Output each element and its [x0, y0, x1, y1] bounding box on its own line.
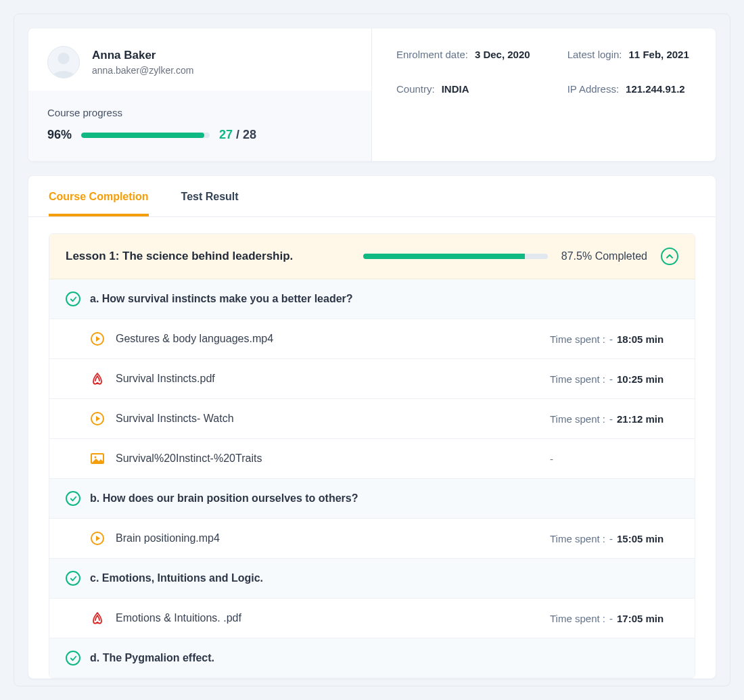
section-title: d. The Pygmalion effect. [90, 652, 214, 664]
image-icon [90, 451, 105, 466]
play-circle-icon [90, 411, 105, 426]
time-spent-dash: - [609, 533, 613, 544]
section-title: b. How does our brain position ourselves… [90, 492, 358, 505]
enrolment-date-label: Enrolment date: [396, 47, 468, 63]
time-spent-value: 10:25 min [617, 373, 664, 385]
country-value: INDIA [442, 82, 469, 97]
enrolment-date: Enrolment date: 3 Dec, 2020 [396, 47, 530, 63]
pdf-icon [90, 371, 105, 386]
resource-row[interactable]: Emotions & Intuitions. .pdfTime spent :-… [49, 599, 695, 638]
ip-address-label: IP Address: [567, 82, 619, 97]
time-spent: - [550, 453, 678, 465]
file-type-icon [90, 331, 105, 346]
svg-point-4 [95, 457, 97, 459]
file-type-icon [90, 411, 105, 426]
time-spent-label: Time spent : [550, 533, 605, 544]
file-type-icon [90, 451, 105, 466]
lesson-progress: 87.5% Completed [363, 250, 647, 262]
lesson-header: Lesson 1: The science behind leadership.… [49, 234, 695, 279]
section-header[interactable]: b. How does our brain position ourselves… [49, 479, 695, 519]
check-circle-icon [66, 291, 80, 306]
ip-address: IP Address: 121.244.91.2 [567, 82, 691, 97]
section-title: a. How survival instincts make you a bet… [90, 293, 353, 305]
time-spent-label: Time spent : [550, 373, 605, 385]
page-container: Anna Baker anna.baker@zylker.com Course … [14, 14, 730, 686]
file-type-icon [90, 371, 105, 386]
avatar-placeholder-icon [48, 47, 79, 78]
tabs: Course Completion Test Result [28, 176, 716, 217]
time-spent-dash: - [609, 613, 613, 624]
check-circle-icon [66, 651, 80, 666]
time-spent: Time spent :-21:12 min [550, 413, 678, 425]
content-card: Course Completion Test Result Lesson 1: … [28, 175, 716, 679]
lesson-panel: Lesson 1: The science behind leadership.… [49, 233, 695, 678]
section-title: c. Emotions, Intuitions and Logic. [90, 572, 263, 584]
latest-login-label: Latest login: [567, 47, 622, 63]
avatar [47, 46, 80, 78]
course-progress-fill [81, 133, 204, 138]
tab-course-completion[interactable]: Course Completion [49, 176, 149, 216]
time-spent-dash: - [609, 413, 613, 425]
section-header[interactable]: c. Emotions, Intuitions and Logic. [49, 559, 695, 599]
play-circle-icon [90, 531, 105, 546]
time-spent: Time spent :-18:05 min [550, 333, 678, 345]
file-name: Brain positioning.mp4 [116, 532, 539, 544]
time-spent-dash: - [550, 453, 553, 465]
latest-login-value: 11 Feb, 2021 [629, 47, 689, 63]
course-progress-bar [81, 133, 210, 138]
time-spent-dash: - [609, 333, 613, 345]
ip-address-value: 121.244.91.2 [626, 82, 685, 97]
time-spent-label: Time spent : [550, 333, 605, 345]
section-header[interactable]: a. How survival instincts make you a bet… [49, 279, 695, 319]
sections-container: a. How survival instincts make you a bet… [49, 279, 695, 678]
time-spent-value: 15:05 min [617, 533, 664, 544]
lesson-progress-bar [363, 254, 548, 259]
enrolment-date-value: 3 Dec, 2020 [475, 47, 530, 63]
country-label: Country: [396, 82, 435, 97]
country: Country: INDIA [396, 82, 530, 97]
course-progress-label: Course progress [47, 107, 352, 118]
check-circle-icon [66, 571, 80, 586]
section-header[interactable]: d. The Pygmalion effect. [49, 638, 695, 678]
user-email: anna.baker@zylker.com [92, 65, 193, 76]
file-type-icon [90, 611, 105, 626]
time-spent-value: 17:05 min [617, 613, 664, 624]
resource-row[interactable]: Gestures & body languages.mp4Time spent … [49, 319, 695, 359]
file-name: Survival Instincts.pdf [116, 373, 539, 385]
resource-row[interactable]: Survival Instincts.pdfTime spent :-10:25… [49, 359, 695, 399]
play-circle-icon [90, 331, 105, 346]
user-meta-grid: Enrolment date: 3 Dec, 2020 Latest login… [396, 47, 691, 97]
file-name: Survival Instincts- Watch [116, 413, 539, 425]
time-spent-value: 18:05 min [617, 333, 664, 345]
course-progress-counter: 27 / 28 [219, 128, 256, 142]
lesson-progress-fill [363, 254, 525, 259]
course-progress-box: Course progress 96% 27 / 28 [28, 91, 371, 161]
course-progress-current: 27 [219, 128, 233, 141]
user-left-column: Anna Baker anna.baker@zylker.com Course … [28, 28, 372, 161]
time-spent-label: Time spent : [550, 613, 605, 624]
latest-login: Latest login: 11 Feb, 2021 [567, 47, 691, 63]
user-name: Anna Baker [92, 49, 193, 62]
resource-row[interactable]: Brain positioning.mp4Time spent :-15:05 … [49, 519, 695, 559]
tab-test-result[interactable]: Test Result [181, 176, 239, 216]
course-progress-sep: / [233, 128, 243, 141]
chevron-up-icon [666, 252, 674, 260]
lesson-collapse-button[interactable] [661, 248, 678, 265]
file-name: Emotions & Intuitions. .pdf [116, 612, 539, 624]
resource-row[interactable]: Survival%20Instinct-%20Traits- [49, 439, 695, 479]
time-spent: Time spent :-10:25 min [550, 373, 678, 385]
course-progress-row: 96% 27 / 28 [47, 128, 352, 142]
file-type-icon [90, 531, 105, 546]
pdf-icon [90, 611, 105, 626]
check-circle-icon [66, 491, 80, 506]
file-name: Gestures & body languages.mp4 [116, 333, 539, 345]
time-spent: Time spent :-17:05 min [550, 613, 678, 624]
user-summary-card: Anna Baker anna.baker@zylker.com Course … [28, 28, 716, 162]
time-spent-value: 21:12 min [617, 413, 664, 425]
svg-point-0 [57, 53, 69, 64]
course-progress-percent: 96% [47, 128, 72, 142]
file-name: Survival%20Instinct-%20Traits [116, 452, 539, 465]
resource-row[interactable]: Survival Instincts- WatchTime spent :-21… [49, 399, 695, 439]
time-spent-dash: - [609, 373, 613, 385]
time-spent-label: Time spent : [550, 413, 605, 425]
